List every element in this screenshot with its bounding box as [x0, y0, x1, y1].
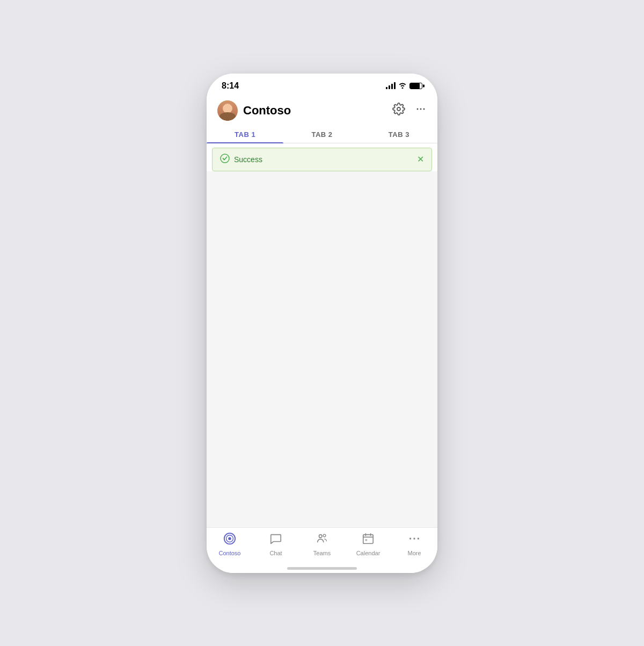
status-time: 8:14	[222, 81, 239, 91]
svg-point-3	[221, 154, 229, 163]
svg-rect-10	[365, 539, 367, 541]
more-options-icon[interactable]	[415, 103, 427, 118]
nav-item-calendar[interactable]: Calendar	[345, 532, 391, 556]
nav-item-chat[interactable]: Chat	[253, 532, 299, 556]
bottom-nav: Contoso Chat Teams	[207, 527, 437, 567]
svg-point-7	[319, 534, 322, 538]
nav-label-calendar: Calendar	[356, 550, 380, 556]
status-icons	[386, 82, 422, 90]
svg-point-11	[409, 538, 411, 539]
success-check-icon	[220, 154, 230, 165]
tab-1[interactable]: TAB 1	[207, 125, 283, 143]
success-close-button[interactable]: ✕	[417, 154, 424, 164]
nav-label-more: More	[407, 550, 421, 556]
phone-frame: 8:14 Contoso	[207, 74, 437, 573]
home-bar	[287, 567, 357, 570]
tab-3[interactable]: TAB 3	[361, 125, 437, 143]
calendar-icon	[362, 532, 375, 548]
svg-point-2	[423, 108, 425, 110]
nav-label-teams: Teams	[313, 550, 331, 556]
svg-point-1	[420, 108, 422, 110]
svg-rect-9	[363, 534, 373, 543]
app-title: Contoso	[243, 104, 392, 118]
app-header: Contoso	[207, 95, 437, 125]
chat-icon	[269, 532, 282, 548]
tabs-bar: TAB 1 TAB 2 TAB 3	[207, 125, 437, 143]
success-banner: Success ✕	[212, 148, 432, 171]
nav-label-chat: Chat	[269, 550, 282, 556]
header-icons	[392, 103, 427, 119]
tab-2[interactable]: TAB 2	[283, 125, 360, 143]
success-message: Success	[234, 155, 417, 164]
nav-item-more[interactable]: More	[391, 532, 437, 556]
nav-item-contoso[interactable]: Contoso	[207, 532, 253, 556]
main-content	[207, 171, 437, 527]
nav-item-teams[interactable]: Teams	[299, 532, 345, 556]
avatar	[217, 100, 238, 121]
status-bar: 8:14	[207, 74, 437, 95]
svg-point-0	[417, 108, 419, 110]
nav-label-contoso: Contoso	[219, 550, 241, 556]
svg-point-6	[228, 537, 231, 540]
svg-point-12	[413, 538, 415, 539]
contoso-icon	[223, 532, 236, 548]
svg-point-8	[323, 534, 326, 537]
svg-point-13	[418, 538, 419, 539]
more-icon	[408, 532, 421, 548]
teams-icon	[316, 532, 328, 548]
settings-icon[interactable]	[392, 103, 405, 119]
home-indicator	[207, 567, 437, 573]
signal-icon	[386, 83, 396, 89]
battery-icon	[409, 83, 422, 89]
wifi-icon	[398, 82, 407, 90]
